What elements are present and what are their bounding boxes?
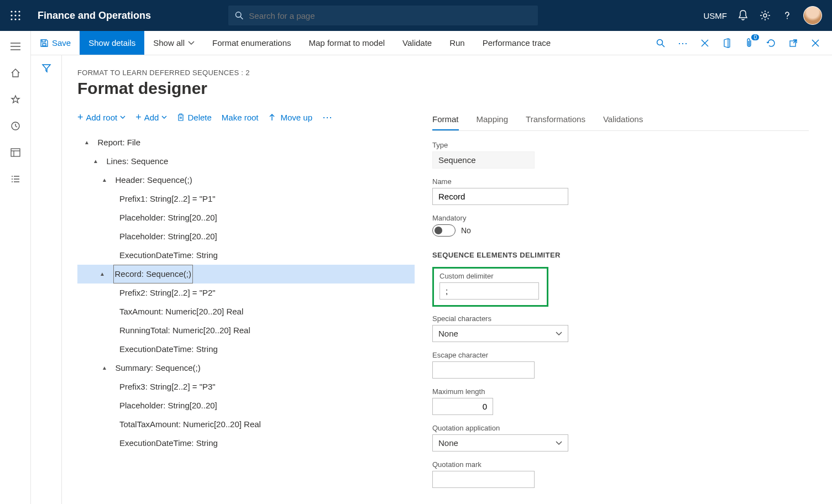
svg-line-10 bbox=[240, 17, 243, 19]
format-tree: ▲ Report: File ▲ Lines: Sequence ▲ Heade… bbox=[77, 133, 415, 453]
office-icon[interactable] bbox=[721, 38, 732, 49]
company-indicator[interactable]: USMF bbox=[704, 11, 728, 20]
tree-node[interactable]: Prefix1: String[2..2] = "P1" bbox=[77, 190, 415, 208]
tree-node[interactable]: ExecutionDateTime: String bbox=[77, 340, 415, 359]
tree-node[interactable]: Prefix3: String[2..2] = "P3" bbox=[77, 377, 415, 396]
home-icon[interactable] bbox=[9, 66, 22, 80]
filter-icon[interactable] bbox=[41, 63, 51, 504]
search-page-icon[interactable] bbox=[655, 38, 666, 49]
name-label: Name bbox=[432, 177, 809, 186]
notifications-icon[interactable] bbox=[737, 9, 749, 22]
recent-icon[interactable] bbox=[9, 119, 22, 133]
name-input[interactable] bbox=[432, 188, 568, 205]
bookmark-toggle-icon[interactable] bbox=[699, 38, 710, 49]
run-button[interactable]: Run bbox=[441, 31, 474, 55]
top-bar: Finance and Operations USMF bbox=[0, 0, 832, 31]
make-root-button[interactable]: Make root bbox=[222, 113, 259, 122]
top-right: USMF bbox=[704, 6, 833, 25]
type-value: Sequence bbox=[432, 151, 535, 169]
custom-delimiter-input[interactable] bbox=[439, 282, 539, 300]
page-title: Format designer bbox=[77, 79, 814, 98]
tree-node[interactable]: ▲ Summary: Sequence(;) bbox=[77, 359, 415, 377]
tree-node[interactable]: Prefix2: String[2..2] = "P2" bbox=[77, 284, 415, 302]
tab-transformations[interactable]: Transformations bbox=[526, 111, 585, 130]
special-chars-label: Special characters bbox=[432, 314, 809, 323]
close-icon[interactable] bbox=[810, 38, 821, 49]
tree-node[interactable]: TotalTaxAmount: Numeric[20..20] Real bbox=[77, 415, 415, 434]
svg-point-0 bbox=[11, 11, 12, 12]
tab-validations[interactable]: Validations bbox=[603, 111, 643, 130]
max-length-label: Maximum length bbox=[432, 387, 809, 396]
svg-point-1 bbox=[14, 11, 16, 12]
popout-icon[interactable] bbox=[788, 38, 799, 49]
delete-button[interactable]: Delete bbox=[177, 113, 211, 122]
tree-node[interactable]: Placeholder: String[20..20] bbox=[77, 396, 415, 415]
mandatory-value: No bbox=[461, 226, 471, 235]
svg-point-9 bbox=[236, 12, 241, 18]
quotation-mark-input[interactable] bbox=[432, 471, 535, 488]
modules-icon[interactable] bbox=[9, 172, 22, 186]
show-all-button[interactable]: Show all bbox=[144, 31, 203, 55]
add-button[interactable]: +Add bbox=[135, 112, 167, 123]
workspaces-icon[interactable] bbox=[9, 146, 22, 159]
search-input[interactable] bbox=[249, 11, 531, 20]
section-sequence-delimiter: SEQUENCE ELEMENTS DELIMITER bbox=[432, 251, 809, 259]
tree-node[interactable]: ▲ Report: File bbox=[77, 133, 415, 152]
tree-overflow-button[interactable]: ⋯ bbox=[322, 111, 332, 123]
svg-point-5 bbox=[18, 14, 20, 16]
tree-node[interactable]: ExecutionDateTime: String bbox=[77, 434, 415, 453]
attachments-icon[interactable]: 0 bbox=[744, 38, 755, 49]
tree-node[interactable]: ExecutionDateTime: String bbox=[77, 246, 415, 265]
type-label: Type bbox=[432, 141, 809, 149]
filter-rail bbox=[31, 55, 62, 504]
escape-char-label: Escape character bbox=[432, 351, 809, 359]
tab-format[interactable]: Format bbox=[432, 111, 459, 130]
tree-node[interactable]: Placeholder: String[20..20] bbox=[77, 227, 415, 246]
special-chars-select[interactable]: None bbox=[432, 325, 568, 342]
quotation-app-label: Quotation application bbox=[432, 424, 809, 432]
detail-tabs: Format Mapping Transformations Validatio… bbox=[432, 111, 809, 131]
mandatory-toggle[interactable] bbox=[432, 224, 456, 237]
search-box[interactable] bbox=[228, 6, 538, 25]
svg-point-7 bbox=[14, 18, 16, 20]
tree-node[interactable]: RunningTotal: Numeric[20..20] Real bbox=[77, 321, 415, 340]
tree-node[interactable]: ▲ Header: Sequence(;) bbox=[77, 171, 415, 190]
hamburger-icon[interactable] bbox=[9, 40, 22, 53]
app-title: Finance and Operations bbox=[38, 10, 151, 22]
tree-node[interactable]: Placeholder: String[20..20] bbox=[77, 208, 415, 227]
breadcrumb: FORMAT TO LEARN DEFERRED SEQUENCES : 2 bbox=[77, 69, 814, 77]
map-format-button[interactable]: Map format to model bbox=[300, 31, 394, 55]
svg-point-12 bbox=[787, 18, 788, 19]
save-button[interactable]: Save bbox=[31, 31, 80, 55]
refresh-icon[interactable] bbox=[766, 38, 777, 49]
validate-button[interactable]: Validate bbox=[394, 31, 441, 55]
settings-icon[interactable] bbox=[759, 9, 771, 22]
performance-trace-button[interactable]: Performance trace bbox=[474, 31, 559, 55]
help-icon[interactable] bbox=[781, 9, 793, 22]
overflow-icon[interactable]: ⋯ bbox=[677, 38, 688, 49]
tab-mapping[interactable]: Mapping bbox=[477, 111, 509, 130]
add-root-button[interactable]: +Add root bbox=[77, 112, 125, 123]
svg-line-27 bbox=[662, 44, 665, 47]
format-enumerations-button[interactable]: Format enumerations bbox=[203, 31, 300, 55]
avatar[interactable] bbox=[803, 6, 822, 25]
attachments-badge: 0 bbox=[751, 34, 759, 40]
escape-char-input[interactable] bbox=[432, 361, 535, 379]
svg-point-3 bbox=[11, 14, 12, 16]
tree-node[interactable]: ▲ Lines: Sequence bbox=[77, 152, 415, 171]
quotation-mark-label: Quotation mark bbox=[432, 460, 809, 469]
left-nav-rail bbox=[0, 31, 31, 504]
arrow-up-icon bbox=[269, 113, 275, 121]
quotation-app-select[interactable]: None bbox=[432, 434, 568, 452]
custom-delimiter-highlight: Custom delimiter bbox=[432, 267, 548, 307]
favorites-icon[interactable] bbox=[9, 93, 22, 106]
chevron-down-icon bbox=[161, 116, 167, 119]
svg-point-6 bbox=[11, 18, 12, 20]
svg-rect-17 bbox=[11, 149, 20, 156]
tree-node[interactable]: TaxAmount: Numeric[20..20] Real bbox=[77, 302, 415, 321]
app-launcher-icon[interactable] bbox=[0, 0, 31, 31]
show-details-button[interactable]: Show details bbox=[80, 31, 144, 55]
tree-node-selected[interactable]: ▲ Record: Sequence(;) bbox=[77, 265, 415, 284]
max-length-input[interactable] bbox=[432, 398, 493, 415]
move-up-button[interactable]: Move up bbox=[269, 113, 313, 122]
